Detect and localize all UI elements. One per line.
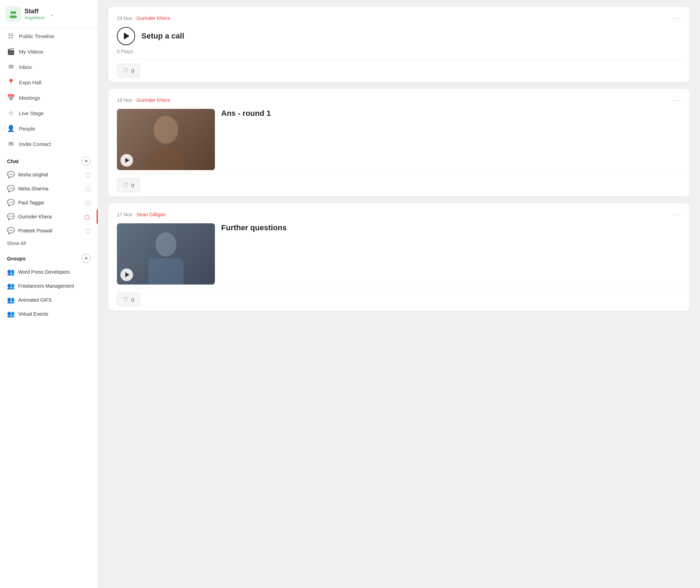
sidebar-item-people[interactable]: 👤 People	[0, 121, 98, 136]
play-triangle-small-icon	[125, 158, 130, 163]
post-date-2: 18 Nov	[117, 97, 132, 103]
video-call-icon[interactable]: ▢	[85, 172, 91, 178]
chat-item-ilesha-singhal[interactable]: 💬 ilesha singhal ▢	[0, 168, 98, 182]
video-play-button-3[interactable]	[120, 268, 133, 281]
video-call-icon[interactable]: ▢	[84, 214, 90, 220]
chat-bubble-icon: 💬	[7, 227, 15, 234]
group-icon: 👥	[7, 296, 15, 304]
chat-contact-name: ilesha singhal	[18, 172, 48, 177]
post-date-3: 17 Nov	[117, 212, 132, 217]
svg-point-4	[154, 116, 178, 144]
video-call-icon[interactable]: ▢	[85, 186, 91, 192]
chat-label: Chat	[7, 158, 19, 164]
sidebar: Staff Anywhere ⌄ ☷ Public Timeline 🎬 My …	[0, 0, 98, 588]
chat-contact-name: Prateek Poswal	[18, 228, 52, 233]
chat-bubble-icon: 💬	[7, 171, 15, 178]
post-author-1[interactable]: Gurinder Khera	[136, 15, 170, 21]
group-icon: 👥	[7, 310, 15, 318]
add-group-button[interactable]: +	[82, 254, 91, 263]
chat-bubble-icon: 💬	[7, 213, 15, 220]
post-title-2: Ans - round 1	[221, 109, 271, 118]
inbox-icon: ✉	[7, 63, 15, 71]
chat-contact-name: Neha Sharma	[18, 186, 48, 191]
chat-bubble-icon: 💬	[7, 199, 15, 206]
more-options-button-2[interactable]: ···	[673, 96, 681, 104]
group-name: Virtual Events	[18, 311, 48, 317]
like-count-1: 0	[131, 68, 134, 74]
chevron-down-icon[interactable]: ⌄	[50, 11, 54, 17]
group-item-wp-devs[interactable]: 👥 Word Press Developers	[0, 265, 98, 279]
heart-icon-1: ♡	[123, 67, 128, 75]
sidebar-item-expo-hall[interactable]: 📍 Expo Hall	[0, 75, 98, 90]
sidebar-item-live-stage[interactable]: ☆ Live Stage	[0, 105, 98, 121]
video-play-button-2[interactable]	[120, 154, 133, 167]
post-title-3: Further questions	[221, 223, 287, 232]
envelope-icon: ✉	[7, 140, 15, 148]
sidebar-item-my-videos[interactable]: 🎬 My Videos	[0, 44, 98, 59]
groups-label: Groups	[7, 255, 26, 261]
svg-point-3	[13, 15, 17, 18]
post-date-1: 24 Nov	[117, 15, 132, 21]
video-call-icon[interactable]: ▢	[85, 227, 91, 234]
group-icon: 👥	[7, 268, 15, 276]
film-icon: 🎬	[7, 48, 15, 55]
nav-label-live-stage: Live Stage	[19, 110, 44, 116]
video-thumbnail-2[interactable]	[117, 109, 215, 170]
sidebar-item-meetings[interactable]: 📅 Meetings	[0, 90, 98, 105]
post-header-2: 18 Nov · Gurinder Khera ···	[117, 96, 681, 104]
post-author-3[interactable]: Sean Gilligan	[136, 212, 166, 217]
logo-text: Staff Anywhere	[24, 8, 45, 20]
like-button-1[interactable]: ♡ 0	[117, 64, 140, 78]
main-content: 24 Nov · Gurinder Khera ··· Setup a call…	[98, 0, 700, 588]
more-options-button-3[interactable]: ···	[673, 210, 681, 218]
nav-label-my-videos: My Videos	[19, 49, 43, 55]
video-call-icon[interactable]: ▢	[85, 200, 91, 206]
logo-icon	[6, 6, 21, 22]
nav-label-meetings: Meetings	[19, 95, 40, 101]
group-item-virtual-events[interactable]: 👥 Virtual Events	[0, 307, 98, 321]
audio-post-1: Setup a call	[117, 27, 681, 45]
nav-label-invite-contact: Invite Contact	[19, 141, 51, 147]
group-name: Word Press Developers	[18, 269, 70, 275]
post-card-3: 17 Nov · Sean Gilligan ···	[108, 203, 690, 311]
group-name: Freelancers Management	[18, 283, 74, 289]
sidebar-item-inbox[interactable]: ✉ Inbox	[0, 59, 98, 75]
map-icon: 📍	[7, 78, 15, 86]
svg-point-1	[13, 11, 16, 14]
post-author-2[interactable]: Gurinder Khera	[136, 97, 170, 103]
groups-section-header: Groups +	[0, 249, 98, 265]
grid-icon: ☷	[7, 32, 15, 40]
post-title-1: Setup a call	[141, 31, 184, 41]
more-options-button-1[interactable]: ···	[673, 14, 681, 22]
chat-item-paul-taggar[interactable]: 💬 Paul Taggar ▢	[0, 196, 98, 210]
chat-item-gurinder-khera[interactable]: 💬 Gurinder Khera ▢	[0, 210, 98, 224]
show-all-chats[interactable]: Show All	[0, 238, 98, 249]
group-item-freelancers[interactable]: 👥 Freelancers Management	[0, 279, 98, 293]
like-count-3: 0	[131, 297, 134, 303]
chat-item-prateek-poswal[interactable]: 💬 Prateek Poswal ▢	[0, 224, 98, 238]
star-icon: ☆	[7, 109, 15, 117]
play-overlay-3	[120, 268, 133, 281]
sidebar-header: Staff Anywhere ⌄	[0, 0, 98, 28]
sidebar-item-invite-contact[interactable]: ✉ Invite Contact	[0, 136, 98, 152]
like-button-3[interactable]: ♡ 0	[117, 293, 140, 307]
person-icon: 👤	[7, 125, 15, 132]
chat-item-neha-sharma[interactable]: 💬 Neha Sharma ▢	[0, 182, 98, 196]
post-header-3: 17 Nov · Sean Gilligan ···	[117, 210, 681, 218]
chat-contact-name: Paul Taggar	[18, 200, 44, 205]
group-item-animated-gifs[interactable]: 👥 Animated GIFS	[0, 293, 98, 307]
post-card-2: 18 Nov · Gurinder Khera ···	[108, 89, 690, 196]
play-triangle-small-icon	[125, 272, 130, 277]
like-count-2: 0	[131, 182, 134, 188]
svg-rect-7	[148, 258, 183, 285]
sidebar-item-public-timeline[interactable]: ☷ Public Timeline	[0, 28, 98, 44]
add-chat-button[interactable]: +	[82, 156, 91, 166]
like-button-2[interactable]: ♡ 0	[117, 178, 140, 192]
post-meta-1: 24 Nov · Gurinder Khera	[117, 15, 170, 21]
audio-play-button-1[interactable]	[117, 27, 135, 45]
chat-contact-name: Gurinder Khera	[18, 214, 52, 219]
video-post-3: Further questions	[117, 223, 681, 285]
video-thumbnail-3[interactable]	[117, 223, 215, 285]
like-bar-2: ♡ 0	[117, 174, 681, 196]
nav-label-public-timeline: Public Timeline	[19, 33, 54, 39]
